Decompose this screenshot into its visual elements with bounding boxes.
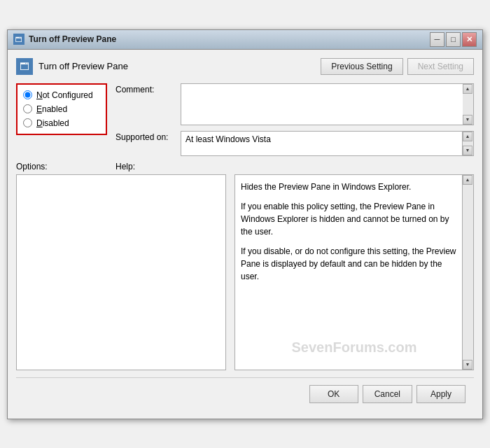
supported-scroll-down[interactable]: ▼: [463, 146, 472, 155]
window-icon: 🗔: [13, 34, 24, 45]
bottom-panels: Hides the Preview Pane in Windows Explor…: [16, 174, 474, 370]
options-label: Options:: [16, 162, 107, 172]
help-para-1: Hides the Preview Pane in Windows Explor…: [241, 181, 458, 193]
next-setting-button[interactable]: Next Setting: [407, 58, 474, 75]
help-para-3: If you disable, or do not configure this…: [241, 245, 458, 283]
maximize-button[interactable]: □: [446, 32, 461, 47]
help-panel: Hides the Preview Pane in Windows Explor…: [234, 174, 474, 370]
minimize-button[interactable]: ─: [430, 32, 444, 47]
help-label: Help:: [115, 162, 474, 172]
help-scrollbar: ▲ ▼: [462, 175, 473, 370]
comment-scroll-track: [463, 94, 473, 115]
policy-icon: 🗔: [16, 58, 33, 75]
help-para-2: If you enable this policy setting, the P…: [241, 200, 458, 238]
watermark: SevenForums.com: [235, 340, 473, 356]
help-text: Hides the Preview Pane in Windows Explor…: [241, 181, 458, 283]
radio-enabled-label: Enabled: [36, 104, 67, 114]
comment-scroll-up[interactable]: ▲: [463, 84, 472, 94]
title-bar-controls: ─ □ ✕: [430, 32, 477, 47]
close-button[interactable]: ✕: [462, 32, 477, 47]
left-panel: Not Configured Enabled Disabled: [16, 83, 107, 162]
dialog-content: 🗔 Turn off Preview Pane Previous Setting…: [8, 50, 482, 419]
title-bar-left: 🗔 Turn off Preview Pane: [13, 34, 116, 45]
radio-disabled[interactable]: Disabled: [23, 118, 100, 128]
radio-enabled[interactable]: Enabled: [23, 104, 100, 114]
panel-labels-row: Options: Help:: [16, 162, 474, 172]
supported-value: At least Windows Vista: [181, 132, 462, 155]
window-title: Turn off Preview Pane: [29, 34, 116, 44]
apply-button[interactable]: Apply: [416, 385, 465, 403]
supported-row: Supported on: At least Windows Vista ▲ ▼: [115, 131, 474, 156]
radio-disabled-label: Disabled: [36, 118, 69, 128]
cancel-button[interactable]: Cancel: [363, 385, 412, 403]
help-scroll-up[interactable]: ▲: [463, 175, 472, 185]
previous-setting-button[interactable]: Previous Setting: [321, 58, 402, 75]
radio-enabled-input[interactable]: [23, 104, 32, 113]
header-buttons: Previous Setting Next Setting: [321, 58, 474, 75]
supported-label: Supported on:: [115, 131, 175, 142]
options-panel: [16, 174, 226, 370]
help-scroll-down[interactable]: ▼: [463, 360, 472, 370]
help-scroll-track: [463, 185, 473, 360]
comment-scrollbar: ▲ ▼: [463, 83, 474, 125]
radio-not-configured[interactable]: Not Configured: [23, 90, 100, 100]
radio-not-configured-input[interactable]: [23, 90, 32, 99]
radio-group: Not Configured Enabled Disabled: [16, 83, 107, 135]
comment-label: Comment:: [115, 83, 175, 94]
header-left: 🗔 Turn off Preview Pane: [16, 58, 128, 75]
supported-box: At least Windows Vista ▲ ▼: [181, 131, 474, 156]
radio-not-configured-label: Not Configured: [36, 90, 93, 100]
supported-scrollbar: ▲ ▼: [462, 132, 473, 155]
dialog-window: 🗔 Turn off Preview Pane ─ □ ✕ 🗔 Turn off…: [7, 29, 483, 419]
bottom-bar: OK Cancel Apply: [16, 377, 474, 410]
comment-scroll-down[interactable]: ▼: [463, 115, 472, 125]
title-bar: 🗔 Turn off Preview Pane ─ □ ✕: [8, 30, 482, 50]
right-panel: Comment: ▲ ▼ Supported on: At least: [115, 83, 474, 162]
dialog-title: Turn off Preview Pane: [38, 61, 128, 71]
comment-textarea[interactable]: [181, 83, 463, 125]
ok-button[interactable]: OK: [309, 385, 358, 403]
radio-disabled-input[interactable]: [23, 118, 32, 127]
header-section: 🗔 Turn off Preview Pane Previous Setting…: [16, 58, 474, 75]
supported-scroll-up[interactable]: ▲: [463, 132, 472, 141]
comment-row: Comment: ▲ ▼: [115, 83, 474, 125]
main-area: Not Configured Enabled Disabled Com: [16, 83, 474, 162]
